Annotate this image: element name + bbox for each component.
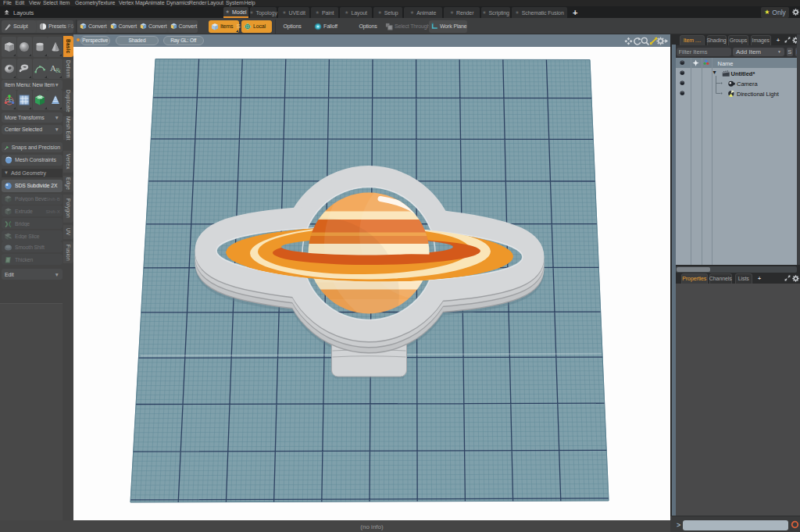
- zoom-icon[interactable]: [641, 37, 649, 45]
- menu-texture[interactable]: Texture: [98, 0, 115, 6]
- work-plane-button[interactable]: Work Plane: [429, 20, 467, 33]
- hscrollbar-handle[interactable]: [677, 267, 710, 272]
- sidebar-tab-vertex[interactable]: Vertex: [63, 151, 73, 173]
- sds-subdivide-2x-button[interactable]: SDS Subdivide 2X: [2, 180, 62, 192]
- perspective-pill[interactable]: Perspective: [80, 36, 111, 45]
- polygon-bevel-button[interactable]: Polygon BevelShift-B: [2, 194, 62, 205]
- curve-tool-button[interactable]: [33, 59, 48, 79]
- layout-tab-paint[interactable]: ★Paint: [311, 7, 338, 18]
- more-transforms-dropdown[interactable]: More Transforms▼: [2, 112, 62, 123]
- shaded-pill[interactable]: Shaded: [116, 36, 159, 45]
- thicken-button[interactable]: Thicken: [2, 254, 62, 265]
- add-panel-tab-button[interactable]: +: [774, 35, 782, 45]
- layout-tab-layout[interactable]: ★Layout: [340, 7, 372, 18]
- convert-1-button[interactable]: Convert: [77, 20, 107, 33]
- torus-tool-button[interactable]: [2, 59, 16, 79]
- bridge-button[interactable]: Bridge: [2, 218, 62, 229]
- menu-edit[interactable]: Edit: [16, 0, 25, 6]
- sidebar-tab-fusion[interactable]: Fusion: [63, 241, 73, 263]
- panel-tab-groups[interactable]: Groups: [728, 35, 748, 45]
- edge-slice-button[interactable]: Edge Slice: [2, 230, 62, 241]
- cylinder-tool-button[interactable]: [33, 37, 48, 57]
- select-through-button[interactable]: Select Through: [383, 20, 429, 33]
- bottom-tab-properties[interactable]: Properties: [681, 273, 708, 284]
- layout-tab-scripting[interactable]: ★Scripting: [481, 7, 510, 18]
- item-row-camera[interactable]: Camera: [676, 78, 797, 88]
- convert-4-button[interactable]: Convert: [168, 20, 198, 33]
- layout-tab-setup[interactable]: ★Setup: [373, 7, 402, 18]
- menu-system[interactable]: System: [226, 0, 244, 6]
- extrude-button[interactable]: ExtrudeShift-X: [2, 205, 62, 216]
- menu-geometry[interactable]: Geometry: [75, 0, 98, 6]
- filter-items-input[interactable]: [677, 48, 731, 56]
- item-row-untitled-[interactable]: ▾Untitled*: [676, 68, 797, 78]
- list-mode-button-s[interactable]: S: [787, 48, 794, 56]
- sphere-tool-button[interactable]: [17, 37, 32, 57]
- item-list-vscrollbar[interactable]: [797, 34, 800, 265]
- bottom-tab-lists[interactable]: Lists: [735, 273, 752, 284]
- array-tool-button[interactable]: [17, 90, 32, 110]
- convert-2-button[interactable]: Convert: [108, 20, 138, 33]
- layout-tab-animate[interactable]: ★Animate: [404, 7, 442, 18]
- panel-tab-images[interactable]: Images: [751, 35, 771, 45]
- gizmo-tool-button[interactable]: [2, 90, 16, 110]
- item-row-directional-light[interactable]: Directional Light: [676, 88, 797, 98]
- local-button[interactable]: Local: [241, 20, 272, 33]
- layout-tab-render[interactable]: ★Render: [444, 7, 480, 18]
- options-1-button[interactable]: Options: [277, 20, 307, 33]
- item-menu-dropdown[interactable]: Item Menu: New Item▼: [2, 80, 62, 90]
- panel-tab-item[interactable]: Item ....: [680, 35, 705, 45]
- presets-button[interactable]: PresetsF6: [37, 20, 73, 33]
- items-button[interactable]: ItemsS: [209, 20, 239, 33]
- menu-file[interactable]: File: [3, 0, 12, 6]
- layout-tab-model[interactable]: ★Model: [223, 7, 248, 18]
- sidebar-tab-edge[interactable]: Edge: [63, 176, 73, 193]
- gear-icon[interactable]: [656, 37, 665, 45]
- menu-view[interactable]: View: [29, 0, 41, 6]
- rotate-icon[interactable]: [633, 37, 641, 45]
- menu-item[interactable]: Item: [59, 0, 70, 6]
- menu-select[interactable]: Select: [43, 0, 58, 6]
- sidebar-tab-deform[interactable]: Deform: [63, 59, 73, 79]
- menu-layout[interactable]: Layout: [208, 0, 223, 6]
- add-item-dropdown[interactable]: Add Item▼: [733, 48, 784, 56]
- command-input[interactable]: [683, 520, 788, 530]
- sidebar-tab-duplicate[interactable]: Duplicate: [63, 91, 73, 111]
- only-toggle-button[interactable]: ★Only: [761, 7, 789, 18]
- sidebar-tab-polygon[interactable]: Polygon: [63, 195, 73, 223]
- smooth-shift-button[interactable]: Smooth Shift: [2, 241, 62, 252]
- options-2-button[interactable]: Options: [353, 20, 383, 33]
- menu-render[interactable]: Render: [189, 0, 206, 6]
- add-geometry-section-header[interactable]: ▼Add Geometry: [2, 169, 62, 178]
- edit-dropdown[interactable]: Edit▼: [2, 269, 62, 280]
- snaps-precision-button[interactable]: Snaps and Precision: [2, 142, 62, 153]
- add-bottom-tab-button[interactable]: +: [755, 273, 763, 284]
- sculpt-button[interactable]: Sculpt: [2, 20, 36, 33]
- viewport-3d[interactable]: PerspectiveShadedRay GL: Off: [73, 34, 670, 520]
- sidebar-tab-mesh-edit[interactable]: Mesh Edit: [63, 116, 73, 140]
- menu-animate[interactable]: Animate: [145, 0, 165, 6]
- center-selected-dropdown[interactable]: Center Selected▼: [2, 125, 62, 135]
- arrow-right-icon[interactable]: [664, 37, 670, 45]
- cube-tool-button[interactable]: [2, 37, 16, 57]
- convert-3-button[interactable]: Convert: [138, 20, 167, 33]
- instance-tool-button[interactable]: [33, 90, 48, 110]
- item-list-hscrollbar[interactable]: [676, 266, 797, 273]
- layout-tab-uvedit[interactable]: ★UVEdit: [278, 7, 309, 18]
- falloff-button[interactable]: Falloff: [312, 20, 346, 33]
- sidebar-tab-uv[interactable]: UV: [63, 225, 73, 239]
- cone-tool-button[interactable]: [48, 37, 62, 57]
- layout-tab-schematic-fusion[interactable]: ★Schematic Fusion: [512, 7, 567, 18]
- raygl-pill[interactable]: Ray GL: Off: [163, 36, 204, 45]
- text-tool-button[interactable]: A&: [48, 59, 62, 79]
- falloff-cone-tool-button[interactable]: [48, 90, 62, 110]
- menu-help[interactable]: Help: [245, 0, 255, 6]
- add-layout-tab-button[interactable]: +: [573, 8, 577, 17]
- layout-tab-topology[interactable]: ★Topology: [250, 7, 277, 18]
- viewport-canvas[interactable]: [73, 47, 670, 520]
- expander-arrow[interactable]: ▾: [713, 69, 716, 76]
- menu-vertex-map[interactable]: Vertex Map: [119, 0, 145, 6]
- bottom-tab-channels[interactable]: Channels: [709, 273, 732, 284]
- mesh-constraints-button[interactable]: Mesh Constraints: [2, 155, 62, 166]
- panel-tab-shading[interactable]: Shading: [707, 35, 727, 45]
